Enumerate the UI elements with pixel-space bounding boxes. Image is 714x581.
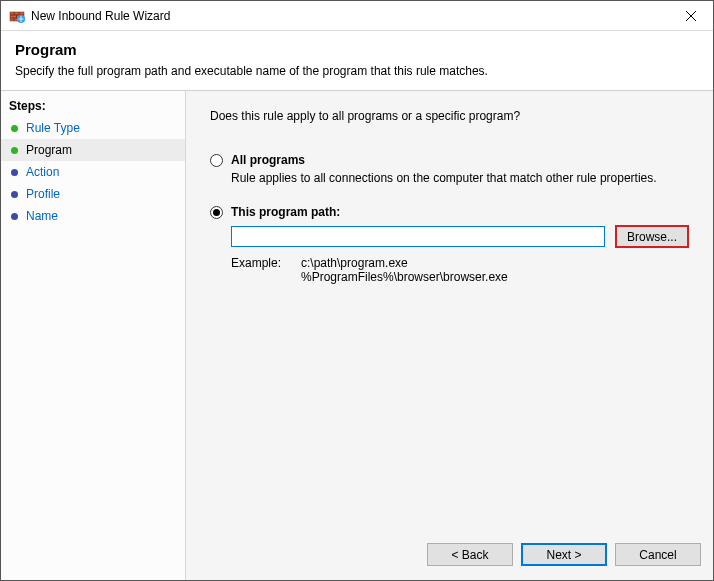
steps-heading: Steps: <box>1 95 185 117</box>
main-content: Does this rule apply to all programs or … <box>186 91 713 533</box>
option-all-programs[interactable]: All programs <box>210 153 689 167</box>
bullet-icon <box>11 191 18 198</box>
step-label: Action <box>26 165 59 179</box>
example-label: Example: <box>231 256 301 284</box>
step-rule-type[interactable]: Rule Type <box>1 117 185 139</box>
step-label: Rule Type <box>26 121 80 135</box>
step-action[interactable]: Action <box>1 161 185 183</box>
bullet-icon <box>11 147 18 154</box>
example-text: c:\path\program.exe %ProgramFiles%\brows… <box>301 256 508 284</box>
main-panel: Does this rule apply to all programs or … <box>186 91 713 580</box>
browse-button[interactable]: Browse... <box>615 225 689 248</box>
step-label: Profile <box>26 187 60 201</box>
radio-all-programs[interactable] <box>210 154 223 167</box>
steps-sidebar: Steps: Rule Type Program Action Profile … <box>1 91 186 580</box>
step-program[interactable]: Program <box>1 139 185 161</box>
program-path-row: Browse... <box>231 225 689 248</box>
page-subtitle: Specify the full program path and execut… <box>15 64 699 78</box>
header: Program Specify the full program path an… <box>1 31 713 91</box>
wizard-footer: < Back Next > Cancel <box>186 533 713 580</box>
step-profile[interactable]: Profile <box>1 183 185 205</box>
program-path-input[interactable] <box>231 226 605 247</box>
next-button[interactable]: Next > <box>521 543 607 566</box>
firewall-icon <box>9 8 25 24</box>
page-title: Program <box>15 41 699 58</box>
option-all-description: Rule applies to all connections on the c… <box>231 171 689 185</box>
close-icon <box>686 11 696 21</box>
step-name[interactable]: Name <box>1 205 185 227</box>
cancel-button[interactable]: Cancel <box>615 543 701 566</box>
radio-this-program-path[interactable] <box>210 206 223 219</box>
back-button[interactable]: < Back <box>427 543 513 566</box>
question-text: Does this rule apply to all programs or … <box>210 109 689 123</box>
window-title: New Inbound Rule Wizard <box>31 9 668 23</box>
step-label: Program <box>26 143 72 157</box>
titlebar: New Inbound Rule Wizard <box>1 1 713 31</box>
step-label: Name <box>26 209 58 223</box>
option-all-label: All programs <box>231 153 305 167</box>
example-row: Example: c:\path\program.exe %ProgramFil… <box>231 256 689 284</box>
option-path-label: This program path: <box>231 205 340 219</box>
wizard-window: New Inbound Rule Wizard Program Specify … <box>0 0 714 581</box>
option-this-program-path[interactable]: This program path: <box>210 205 689 219</box>
close-button[interactable] <box>668 1 713 31</box>
bullet-icon <box>11 125 18 132</box>
bullet-icon <box>11 213 18 220</box>
body: Steps: Rule Type Program Action Profile … <box>1 91 713 580</box>
bullet-icon <box>11 169 18 176</box>
